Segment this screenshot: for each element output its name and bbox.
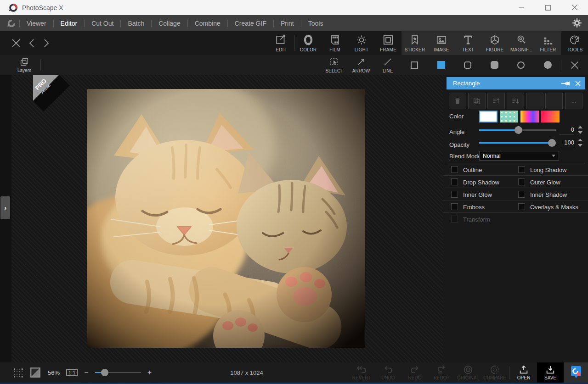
inner-shadow-checkbox[interactable] xyxy=(518,191,525,198)
menu-item-cutout[interactable]: Cut Out xyxy=(85,20,120,27)
outline-checkbox[interactable] xyxy=(451,166,458,173)
close-photo-icon[interactable] xyxy=(11,38,21,49)
tab-figure[interactable]: FIGURE xyxy=(481,31,508,55)
close-panel-icon[interactable] xyxy=(575,80,581,87)
color-swatches xyxy=(479,111,560,122)
swatch-teal-dots-pattern[interactable] xyxy=(500,111,518,122)
redo-button-disabled: REDO xyxy=(401,362,428,383)
angle-label: Angle xyxy=(449,128,464,135)
zoom-level-value[interactable]: 56% xyxy=(48,369,60,376)
zoom-slider[interactable] xyxy=(95,369,141,376)
drop-shadow-checkbox[interactable] xyxy=(451,178,458,185)
save-button[interactable]: SAVE xyxy=(537,362,564,383)
effects-checkbox-grid: Outline Long Shadow Drop Shadow Outer Gl… xyxy=(443,163,588,225)
maximize-button[interactable] xyxy=(535,0,561,15)
menu-item-print[interactable]: Print xyxy=(274,20,301,27)
menu-item-viewer[interactable]: Viewer xyxy=(20,20,53,27)
outer-glow-checkbox[interactable] xyxy=(518,178,525,185)
app-logo-icon xyxy=(8,3,18,13)
close-draw-toolbar-icon[interactable] xyxy=(561,55,588,75)
angle-value[interactable]: 0 xyxy=(560,126,574,134)
circle-filled-tool[interactable] xyxy=(534,55,561,75)
opacity-value[interactable]: 100 xyxy=(560,139,574,147)
tab-edit[interactable]: EDIT xyxy=(268,31,294,55)
tab-image[interactable]: IMAGE xyxy=(428,31,455,55)
photo-canvas-kittens[interactable] xyxy=(87,89,365,348)
inner-glow-checkbox[interactable] xyxy=(451,191,458,198)
photoscape-help-badge-icon[interactable] xyxy=(570,366,582,379)
rectangle-outline-tool[interactable] xyxy=(401,55,428,75)
layers-button[interactable]: Layers xyxy=(12,56,36,74)
menu-item-collage[interactable]: Collage xyxy=(152,20,187,27)
split-view-icon[interactable] xyxy=(29,367,41,378)
swatch-rainbow-gradient[interactable] xyxy=(520,111,539,122)
overlays-masks-checkbox[interactable] xyxy=(518,203,525,210)
panel-header: Rectangle xyxy=(447,77,585,89)
opacity-slider[interactable] xyxy=(479,138,556,147)
send-backward-button[interactable] xyxy=(507,93,524,109)
tab-color[interactable]: COLOR xyxy=(295,31,322,55)
zoom-slider-thumb[interactable] xyxy=(101,369,108,376)
bring-forward-button[interactable] xyxy=(487,93,505,109)
menu-item-combine[interactable]: Combine xyxy=(188,20,227,27)
rounded-rectangle-outline-tool[interactable] xyxy=(454,55,481,75)
open-button[interactable]: OPEN xyxy=(510,362,537,383)
close-window-button[interactable] xyxy=(561,0,588,15)
duplicate-shape-button[interactable] xyxy=(468,93,486,109)
tab-magnifier[interactable]: MAGNIF... xyxy=(508,31,535,55)
draw-toolbar: Layers SELECT ARROW LINE xyxy=(0,55,588,75)
zoom-out-button[interactable]: − xyxy=(84,368,88,377)
next-photo-icon[interactable] xyxy=(42,38,51,49)
left-panel-collapsed: › xyxy=(0,75,11,362)
opacity-spinner[interactable] xyxy=(577,139,582,147)
menu-item-batch[interactable]: Batch xyxy=(121,20,151,27)
select-tool[interactable]: SELECT xyxy=(321,55,348,75)
zoom-in-button[interactable]: + xyxy=(147,368,152,377)
arrow-tool[interactable]: ARROW xyxy=(348,55,374,75)
tab-sticker[interactable]: STICKER xyxy=(401,31,428,55)
actual-size-button[interactable]: 1:1 xyxy=(66,369,78,376)
long-shadow-checkbox[interactable] xyxy=(518,166,525,173)
angle-slider-thumb[interactable] xyxy=(514,126,522,134)
emboss-checkbox[interactable] xyxy=(451,203,458,210)
pin-panel-icon[interactable] xyxy=(560,80,570,87)
help-badge-panel xyxy=(564,362,588,383)
tab-frame[interactable]: FRAME xyxy=(375,31,401,55)
menu-item-tools[interactable]: Tools xyxy=(301,20,330,27)
angle-spinner[interactable] xyxy=(577,126,582,134)
swatch-solid-white-selected[interactable] xyxy=(479,111,498,122)
tab-filter[interactable]: FILTER xyxy=(535,31,561,55)
line-tool[interactable]: LINE xyxy=(374,55,401,75)
panel-extra-button-1[interactable] xyxy=(526,93,543,109)
previous-photo-icon[interactable] xyxy=(28,38,36,49)
tab-film[interactable]: FILM xyxy=(322,31,348,55)
more-options-button[interactable]: ... xyxy=(565,93,582,109)
angle-slider[interactable] xyxy=(479,125,556,134)
editor-toolbar: EDIT COLOR FILM LIGHT xyxy=(0,31,588,55)
transform-checkbox-disabled xyxy=(451,216,458,223)
grid-toggle-icon[interactable] xyxy=(13,367,23,378)
minimize-button[interactable] xyxy=(508,0,535,15)
canvas-workspace[interactable]: PRO Version xyxy=(11,75,443,362)
tab-light[interactable]: LIGHT xyxy=(348,31,375,55)
window-title: PhotoScape X xyxy=(22,4,63,11)
compare-button-disabled: COMPARE xyxy=(481,362,508,383)
tab-tools[interactable]: TOOLS xyxy=(561,31,588,55)
opacity-slider-thumb[interactable] xyxy=(548,139,556,147)
circle-outline-tool[interactable] xyxy=(508,55,534,75)
rounded-rectangle-filled-tool[interactable] xyxy=(481,55,508,75)
redo-plus-button-disabled: REDO+ xyxy=(428,362,455,383)
delete-shape-button[interactable] xyxy=(449,93,466,109)
settings-gear-icon[interactable] xyxy=(571,17,582,30)
menu-item-editor[interactable]: Editor xyxy=(54,20,85,27)
swatch-red-orange-gradient[interactable] xyxy=(541,111,560,122)
expand-left-panel-handle[interactable]: › xyxy=(0,196,10,219)
status-bar: 56% 1:1 − + 1087 x 1024 REVERT UNDO xyxy=(0,362,588,383)
panel-extra-button-2[interactable] xyxy=(545,93,563,109)
menu-item-creategif[interactable]: Create GIF xyxy=(228,20,273,27)
revert-button-disabled: REVERT xyxy=(348,362,375,383)
blend-mode-label: Blend Mode xyxy=(449,153,481,160)
rectangle-filled-tool-selected[interactable] xyxy=(428,55,454,75)
tab-text[interactable]: TEXT xyxy=(455,31,481,55)
blend-mode-select[interactable]: Normal xyxy=(479,151,559,161)
